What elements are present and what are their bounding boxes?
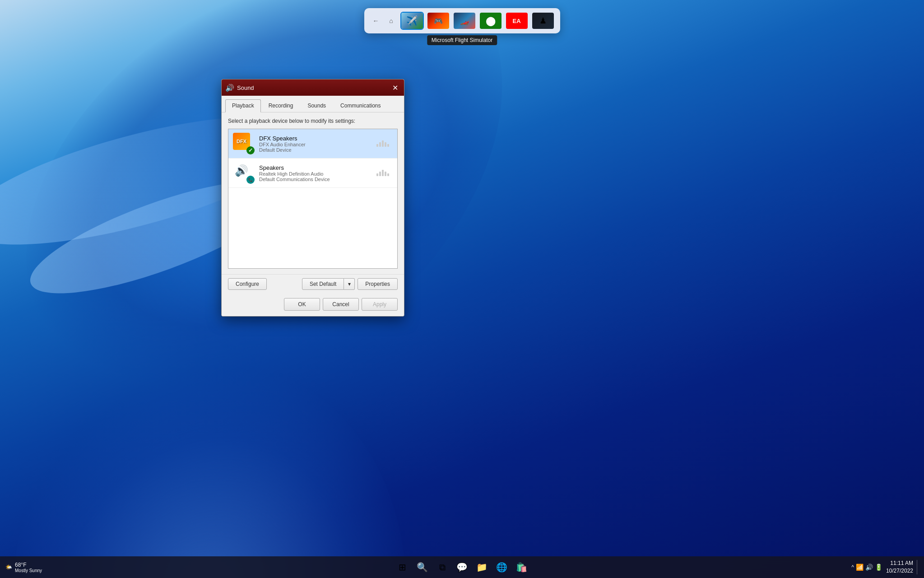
sp-level-bar-2 xyxy=(379,172,381,176)
dialog-action-row: OK Cancel Apply xyxy=(222,294,404,316)
task-thumb-steam[interactable]: ♟ xyxy=(531,12,555,30)
weather-info: 68°F Mostly Sunny xyxy=(15,562,42,573)
task-thumb-xbox[interactable]: ⬤ xyxy=(479,12,502,30)
start-icon: ⊞ xyxy=(399,562,406,573)
sound-dialog: 🔊 Sound ✕ Playback Recording Sounds Comm… xyxy=(221,79,404,317)
ok-label: OK xyxy=(298,301,306,308)
sp-level-bar-4 xyxy=(385,172,386,176)
browser-button[interactable]: 🌐 xyxy=(493,558,511,576)
dfx-device-icon: DFX ✓ xyxy=(233,133,255,154)
set-default-dropdown[interactable]: ▾ xyxy=(344,278,355,290)
store-button[interactable]: 🛍️ xyxy=(513,558,531,576)
sp-level-bar-5 xyxy=(387,173,389,176)
properties-label: Properties xyxy=(365,281,390,287)
dialog-title-left: 🔊 Sound xyxy=(225,84,254,92)
tab-playback[interactable]: Playback xyxy=(225,99,261,112)
dfx-device-subtitle2: Default Device xyxy=(259,147,376,153)
clock-time: 11:11 AM xyxy=(886,559,913,567)
speakers-device-subtitle: Realtek High Definition Audio xyxy=(259,171,376,177)
device-list: DFX ✓ DFX Speakers DFX Audio Enhancer De… xyxy=(228,129,398,269)
store-icon: 🛍️ xyxy=(516,562,527,573)
dialog-content: Select a playback device below to modify… xyxy=(222,112,404,274)
browser-icon: 🌐 xyxy=(496,562,507,573)
task-switcher: ← ⌂ ✈️ 🎮 🏎️ ⬤ EA ♟ xyxy=(364,8,560,33)
task-thumb-game2[interactable]: 🏎️ xyxy=(453,12,476,30)
dfx-device-info: DFX Speakers DFX Audio Enhancer Default … xyxy=(259,135,376,153)
start-button[interactable]: ⊞ xyxy=(394,558,412,576)
ok-button[interactable]: OK xyxy=(284,298,320,311)
tab-recording[interactable]: Recording xyxy=(262,99,300,112)
tab-playback-label: Playback xyxy=(232,103,254,109)
weather-condition: Mostly Sunny xyxy=(15,568,42,573)
level-bar-4 xyxy=(385,142,386,147)
task-view-button[interactable]: ⧉ xyxy=(433,558,451,576)
cancel-button[interactable]: Cancel xyxy=(323,298,359,311)
task-thumb-flight-sim[interactable]: ✈️ xyxy=(400,12,424,30)
configure-button[interactable]: Configure xyxy=(228,278,267,290)
device-item-speakers[interactable]: 🔊 📞 Speakers Realtek High Definition Aud… xyxy=(228,158,397,188)
cancel-label: Cancel xyxy=(332,301,349,308)
tab-communications-label: Communications xyxy=(340,103,381,109)
speakers-device-name: Speakers xyxy=(259,164,376,171)
explorer-icon: 📁 xyxy=(476,562,488,573)
desktop-background xyxy=(0,0,924,578)
level-bar-5 xyxy=(387,144,389,147)
tab-communications[interactable]: Communications xyxy=(334,99,387,112)
sp-level-bar-3 xyxy=(382,170,384,176)
weather-widget[interactable]: 🌤️ 68°F Mostly Sunny xyxy=(5,562,42,573)
dfx-level-bars xyxy=(376,140,389,147)
dfx-status-badge: ✓ xyxy=(246,146,255,154)
task-thumb-game1[interactable]: 🎮 xyxy=(427,12,450,30)
tray-volume-icon[interactable]: 🔊 xyxy=(865,564,873,571)
search-button[interactable]: 🔍 xyxy=(413,558,432,576)
task-switcher-back[interactable]: ← xyxy=(370,14,382,27)
taskbar-right: ^ 📶 🔊 🔋 11:11 AM 10/27/2022 xyxy=(851,559,919,575)
default-device-row: Configure Set Default ▾ Properties xyxy=(228,278,398,290)
taskbar: 🌤️ 68°F Mostly Sunny ⊞ 🔍 ⧉ 💬 📁 🌐 🛍️ xyxy=(0,556,924,578)
properties-button[interactable]: Properties xyxy=(358,278,398,290)
system-clock[interactable]: 11:11 AM 10/27/2022 xyxy=(886,559,913,575)
configure-label: Configure xyxy=(236,281,259,287)
set-default-group: Set Default ▾ xyxy=(302,278,355,290)
device-item-dfx-speakers[interactable]: DFX ✓ DFX Speakers DFX Audio Enhancer De… xyxy=(228,129,397,158)
level-bar-2 xyxy=(379,142,381,147)
dfx-device-subtitle: DFX Audio Enhancer xyxy=(259,142,376,147)
tray-network-icon[interactable]: 📶 xyxy=(856,564,864,571)
task-switcher-home[interactable]: ⌂ xyxy=(385,14,398,27)
task-tooltip: Microsoft Flight Simulator xyxy=(427,35,497,45)
dialog-close-button[interactable]: ✕ xyxy=(390,82,400,93)
tray-battery-icon[interactable]: 🔋 xyxy=(875,564,882,571)
dialog-titlebar: 🔊 Sound ✕ xyxy=(222,79,404,96)
apply-button[interactable]: Apply xyxy=(362,298,398,311)
task-thumb-ea[interactable]: EA xyxy=(505,12,529,30)
dfx-device-name: DFX Speakers xyxy=(259,135,376,142)
dialog-tabs: Playback Recording Sounds Communications xyxy=(222,96,404,112)
set-default-button[interactable]: Set Default xyxy=(302,278,344,290)
search-icon: 🔍 xyxy=(417,562,428,573)
tray-expand-icon[interactable]: ^ xyxy=(851,564,854,570)
speakers-device-icon: 🔊 📞 xyxy=(233,162,255,184)
speakers-device-subtitle2: Default Communications Device xyxy=(259,177,376,182)
taskbar-center: ⊞ 🔍 ⧉ 💬 📁 🌐 🛍️ xyxy=(394,558,531,576)
sound-dialog-icon: 🔊 xyxy=(225,84,234,92)
weather-icon: 🌤️ xyxy=(5,564,12,570)
level-bar-3 xyxy=(382,140,384,147)
tab-sounds-label: Sounds xyxy=(307,103,326,109)
chat-button[interactable]: 💬 xyxy=(453,558,471,576)
speakers-device-info: Speakers Realtek High Definition Audio D… xyxy=(259,164,376,182)
tab-sounds[interactable]: Sounds xyxy=(301,99,333,112)
clock-date: 10/27/2022 xyxy=(886,567,913,575)
level-bar-1 xyxy=(376,144,378,147)
show-desktop-icon[interactable] xyxy=(917,560,919,574)
sp-level-bar-1 xyxy=(376,173,378,176)
dialog-description: Select a playback device below to modify… xyxy=(228,118,398,124)
speakers-status-badge: 📞 xyxy=(246,176,255,184)
task-view-icon: ⧉ xyxy=(439,562,446,573)
apply-label: Apply xyxy=(373,301,386,308)
set-default-label: Set Default xyxy=(310,281,336,287)
tooltip-text: Microsoft Flight Simulator xyxy=(432,37,492,43)
chat-icon: 💬 xyxy=(456,562,468,573)
explorer-button[interactable]: 📁 xyxy=(473,558,491,576)
dialog-title-text: Sound xyxy=(237,84,254,91)
dialog-bottom-controls: Configure Set Default ▾ Properties xyxy=(222,274,404,294)
